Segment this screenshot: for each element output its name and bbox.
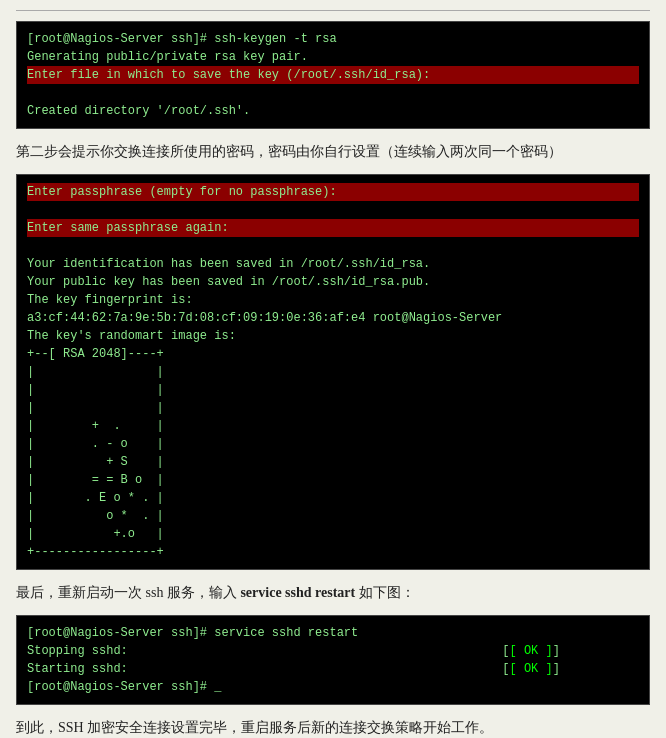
terminal2-line7: The key's randomart image is: xyxy=(27,329,236,343)
terminal2-line2: Enter same passphrase again: xyxy=(27,219,639,237)
terminal3-line2: Stopping sshd: [[ OK ]] xyxy=(27,644,560,658)
terminal2-line6: a3:cf:44:62:7a:9e:5b:7d:08:cf:09:19:0e:3… xyxy=(27,311,502,325)
terminal-block-1: [root@Nagios-Server ssh]# ssh-keygen -t … xyxy=(16,21,650,129)
prose2-suffix: 如下图： xyxy=(355,585,415,600)
terminal1-line2: Generating public/private rsa key pair. xyxy=(27,50,308,64)
terminal1-line1: [root@Nagios-Server ssh]# ssh-keygen -t … xyxy=(27,32,337,46)
prose-1: 第二步会提示你交换连接所使用的密码，密码由你自行设置（连续输入两次同一个密码） xyxy=(16,139,650,164)
terminal3-starting-label: Starting sshd: xyxy=(27,662,128,676)
terminal1-line3: Enter file in which to save the key (/ro… xyxy=(27,66,639,84)
terminal-block-2: Enter passphrase (empty for no passphras… xyxy=(16,174,650,570)
terminal1-line4: Created directory '/root/.ssh'. xyxy=(27,104,250,118)
prose2-bold: service sshd restart xyxy=(240,585,355,600)
terminal-block-3: [root@Nagios-Server ssh]# service sshd r… xyxy=(16,615,650,705)
terminal3-ok2: [ OK ] xyxy=(510,662,553,676)
terminal2-line4: Your public key has been saved in /root/… xyxy=(27,275,430,289)
prose-3: 到此，SSH 加密安全连接设置完毕，重启服务后新的连接交换策略开始工作。 xyxy=(16,715,650,738)
prose2-prefix: 最后，重新启动一次 ssh 服务，输入 xyxy=(16,585,240,600)
prose-2: 最后，重新启动一次 ssh 服务，输入 service sshd restart… xyxy=(16,580,650,605)
terminal2-art: +--[ RSA 2048]----+ | | | | | | | + . | … xyxy=(27,347,164,559)
terminal2-line1: Enter passphrase (empty for no passphras… xyxy=(27,183,639,201)
terminal2-line5: The key fingerprint is: xyxy=(27,293,193,307)
terminal3-stopping-label: Stopping sshd: xyxy=(27,644,128,658)
terminal2-line3: Your identification has been saved in /r… xyxy=(27,257,430,271)
terminal3-line3: Starting sshd: [[ OK ]] xyxy=(27,662,560,676)
top-divider xyxy=(16,10,650,11)
terminal3-line4: [root@Nagios-Server ssh]# _ xyxy=(27,680,221,694)
page-wrapper: [root@Nagios-Server ssh]# ssh-keygen -t … xyxy=(0,0,666,738)
terminal3-line1: [root@Nagios-Server ssh]# service sshd r… xyxy=(27,626,358,640)
terminal3-ok1: [ OK ] xyxy=(510,644,553,658)
